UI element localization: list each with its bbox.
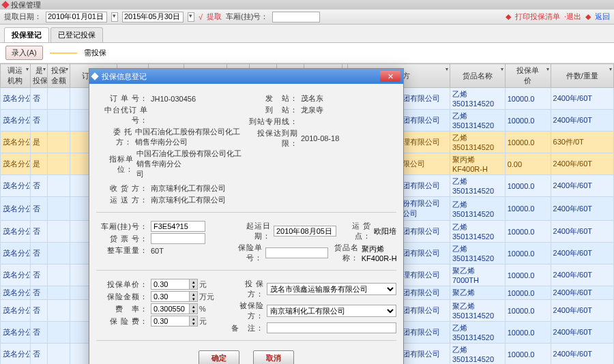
ok-button[interactable]: 确定 xyxy=(199,350,239,364)
depart-field[interactable] xyxy=(274,226,336,237)
modal-mask: 投保信息登记 ✕ 订 单 号：JH10-030456 中台优订 单号： 委 托 … xyxy=(0,0,614,364)
insure-no-field[interactable] xyxy=(265,247,328,258)
unit-price-spinner[interactable]: ▴▾ xyxy=(151,279,198,290)
dialog-icon xyxy=(91,72,98,80)
dialog-titlebar[interactable]: 投保信息登记 ✕ xyxy=(89,69,403,84)
order-no: JH10-030456 xyxy=(151,95,233,103)
insurance-register-dialog: 投保信息登记 ✕ 订 单 号：JH10-030456 中台优订 单号： 委 托 … xyxy=(89,68,404,364)
spin-up-icon[interactable]: ▴ xyxy=(189,279,197,284)
bill-field[interactable] xyxy=(151,233,205,244)
plate-field[interactable] xyxy=(151,221,205,232)
fee-spinner[interactable]: ▴▾ xyxy=(151,316,198,327)
dialog-title: 投保信息登记 xyxy=(102,72,380,82)
rate-spinner[interactable]: ▴▾ xyxy=(151,303,198,314)
remark-field[interactable] xyxy=(267,322,396,333)
receiver-select[interactable]: 南京瑞利化工有限公司 xyxy=(267,305,396,317)
amount-spinner[interactable]: ▴▾ xyxy=(151,291,198,302)
spin-down-icon[interactable]: ▾ xyxy=(189,284,197,289)
insure-party-select[interactable]: 茂名市强鑫运输服务有限公司 xyxy=(267,283,396,295)
close-icon[interactable]: ✕ xyxy=(380,71,400,82)
cancel-button[interactable]: 取消 xyxy=(253,350,294,364)
